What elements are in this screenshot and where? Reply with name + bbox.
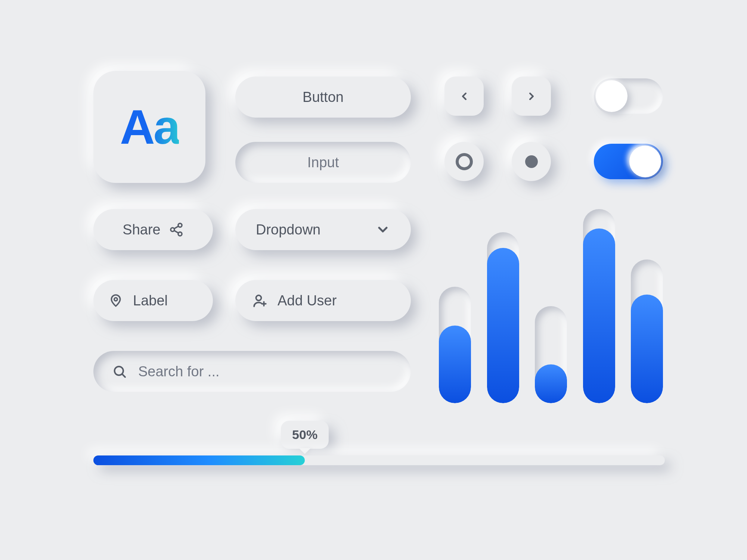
- main-button[interactable]: Button: [235, 77, 411, 118]
- main-button-label: Button: [303, 89, 344, 105]
- equalizer-track[interactable]: [535, 306, 567, 403]
- pin-icon: [108, 293, 123, 308]
- dropdown-label: Dropdown: [256, 222, 320, 238]
- svg-point-5: [114, 298, 117, 301]
- svg-line-4: [174, 231, 178, 233]
- search-icon: [112, 364, 127, 379]
- chevron-down-icon: [375, 222, 390, 237]
- equalizer-track[interactable]: [583, 209, 615, 403]
- svg-line-3: [174, 226, 178, 229]
- equalizer-track[interactable]: [439, 287, 471, 403]
- equalizer-fill: [583, 228, 615, 403]
- typography-tile: Aa: [93, 71, 205, 183]
- equalizer-fill: [535, 364, 567, 403]
- typography-sample: Aa: [120, 99, 179, 155]
- search-placeholder: Search for ...: [138, 364, 220, 380]
- text-input-placeholder: Input: [307, 155, 339, 171]
- dropdown-button[interactable]: Dropdown: [235, 209, 411, 250]
- svg-point-6: [256, 295, 261, 301]
- search-input[interactable]: Search for ...: [93, 351, 411, 392]
- text-input[interactable]: Input: [235, 142, 411, 183]
- chevron-right-icon: [526, 90, 537, 102]
- slider-tooltip: 50%: [281, 421, 329, 449]
- equalizer-fill: [439, 326, 471, 403]
- chevron-left-icon: [458, 90, 470, 102]
- radio-dot-icon: [525, 155, 538, 168]
- add-user-button-label: Add User: [278, 293, 337, 309]
- equalizer-fill: [631, 295, 663, 403]
- add-user-icon: [252, 293, 268, 308]
- equalizer: [439, 209, 663, 403]
- equalizer-track[interactable]: [631, 259, 663, 403]
- slider-track: [93, 455, 665, 465]
- slider-tooltip-label: 50%: [292, 427, 317, 442]
- share-button-label: Share: [123, 222, 160, 238]
- prev-button[interactable]: [444, 77, 484, 116]
- equalizer-track[interactable]: [487, 232, 519, 403]
- label-button[interactable]: Label: [93, 280, 213, 321]
- share-icon: [169, 222, 184, 237]
- radio-unselected[interactable]: [444, 142, 484, 181]
- radio-selected[interactable]: [512, 142, 551, 181]
- toggle-knob: [629, 146, 661, 177]
- progress-slider[interactable]: 50%: [93, 455, 665, 465]
- svg-line-10: [122, 374, 125, 377]
- slider-fill: [93, 455, 305, 465]
- toggle-off[interactable]: [594, 78, 663, 114]
- toggle-on[interactable]: [594, 144, 663, 179]
- next-button[interactable]: [512, 77, 551, 116]
- label-button-label: Label: [133, 293, 168, 309]
- radio-ring-icon: [456, 153, 473, 170]
- share-button[interactable]: Share: [93, 209, 213, 250]
- equalizer-fill: [487, 248, 519, 403]
- add-user-button[interactable]: Add User: [235, 280, 411, 321]
- toggle-knob: [596, 80, 627, 112]
